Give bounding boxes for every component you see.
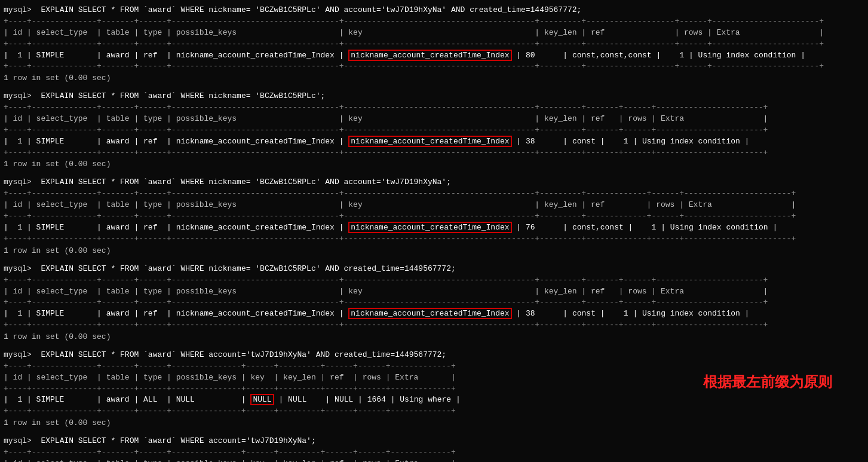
header-6: | id | select_type | table | type | poss… [0, 458, 868, 462]
query-block-6: mysql> EXPLAIN SELECT * FROM `award` WHE… [0, 435, 868, 462]
query-block-4: mysql> EXPLAIN SELECT * FROM `award` WHE… [0, 262, 868, 342]
header-5: | id | select_type | table | type | poss… [0, 372, 868, 384]
header-3: | id | select_type | table | type | poss… [0, 200, 868, 211]
data-row-3: | 1 | SIMPLE | award | ref | nickname_ac… [0, 222, 868, 234]
query-3: mysql> EXPLAIN SELECT * FROM `award` WHE… [0, 176, 868, 188]
sep-top-5: +----+--------------+-------+------+----… [0, 361, 868, 372]
sep-top-4: +----+--------------+-------+------+----… [0, 275, 868, 286]
header-1: | id | select_type | table | type | poss… [0, 27, 868, 39]
row-count-1: 1 row in set (0.00 sec) [0, 72, 868, 84]
row-count-2: 1 row in set (0.00 sec) [0, 158, 868, 170]
data-row-4: | 1 | SIMPLE | award | ref | nickname_ac… [0, 308, 868, 320]
sep-mid-5: +----+--------------+-------+------+----… [0, 384, 868, 395]
data-row-5: | 1 | SIMPLE | award | ALL | NULL | NULL… [0, 394, 868, 406]
header-2: | id | select_type | table | type | poss… [0, 114, 868, 125]
row-count-3: 1 row in set (0.00 sec) [0, 245, 868, 256]
sep-mid-1: +----+--------------+-------+------+----… [0, 39, 868, 50]
data-row-2: | 1 | SIMPLE | award | ref | nickname_ac… [0, 136, 868, 148]
sep-bot-2: +----+--------------+-------+------+----… [0, 148, 868, 159]
sep-mid-3: +----+--------------+-------+------+----… [0, 211, 868, 222]
sep-bot-4: +----+--------------+-------+------+----… [0, 320, 868, 331]
sep-mid-4: +----+--------------+-------+------+----… [0, 297, 868, 308]
terminal: mysql> EXPLAIN SELECT * FROM `award` WHE… [0, 2, 868, 462]
sep-bot-3: +----+--------------+-------+------+----… [0, 234, 868, 245]
sep-top-2: +----+--------------+-------+------+----… [0, 102, 868, 114]
query-block-3: mysql> EXPLAIN SELECT * FROM `award` WHE… [0, 176, 868, 256]
query-5: mysql> EXPLAIN SELECT * FROM `award` WHE… [0, 348, 868, 361]
sep-top-3: +----+--------------+-------+------+----… [0, 188, 868, 200]
row-count-5: 1 row in set (0.00 sec) [0, 417, 868, 429]
query-1: mysql> EXPLAIN SELECT * FROM `award` WHE… [0, 4, 868, 16]
sep-bot-1: +----+--------------+-------+------+----… [0, 61, 868, 72]
sep-top-1: +----+--------------+-------+------+----… [0, 16, 868, 27]
sep-mid-2: +----+--------------+-------+------+----… [0, 125, 868, 136]
sep-top-6: +----+--------------+-------+------+----… [0, 447, 868, 458]
query-2: mysql> EXPLAIN SELECT * FROM `award` WHE… [0, 90, 868, 102]
row-count-4: 1 row in set (0.00 sec) [0, 331, 868, 342]
query-block-5: mysql> EXPLAIN SELECT * FROM `award` WHE… [0, 348, 868, 429]
query-6: mysql> EXPLAIN SELECT * FROM `award` WHE… [0, 435, 868, 447]
header-4: | id | select_type | table | type | poss… [0, 286, 868, 298]
data-row-1: | 1 | SIMPLE | award | ref | nickname_ac… [0, 50, 868, 62]
query-block-2: mysql> EXPLAIN SELECT * FROM `award` WHE… [0, 90, 868, 170]
query-4: mysql> EXPLAIN SELECT * FROM `award` WHE… [0, 262, 868, 275]
query-block-1: mysql> EXPLAIN SELECT * FROM `award` WHE… [0, 4, 868, 84]
sep-bot-5: +----+--------------+-------+------+----… [0, 406, 868, 417]
